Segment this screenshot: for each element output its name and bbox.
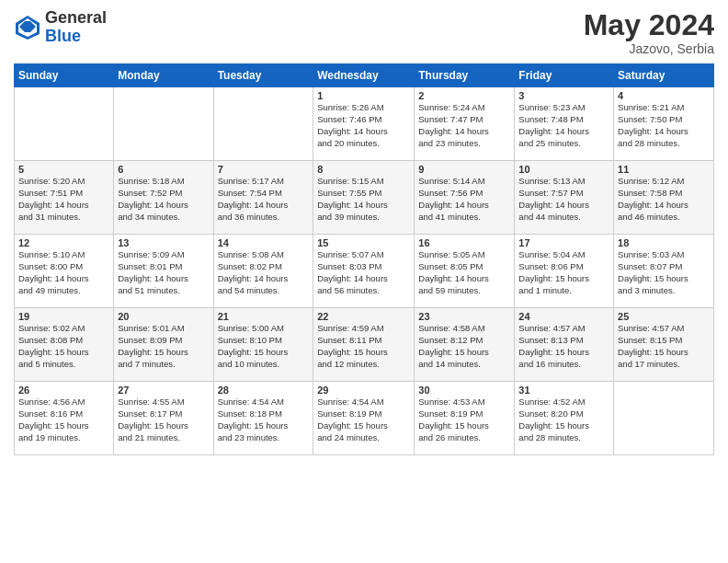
calendar-cell — [614, 382, 714, 455]
calendar-cell: 17Sunrise: 5:04 AM Sunset: 8:06 PM Dayli… — [515, 235, 614, 308]
day-info: Sunrise: 5:00 AM Sunset: 8:10 PM Dayligh… — [218, 323, 310, 370]
day-info: Sunrise: 5:15 AM Sunset: 7:55 PM Dayligh… — [317, 176, 410, 223]
day-info: Sunrise: 5:01 AM Sunset: 8:09 PM Dayligh… — [118, 323, 209, 370]
day-number: 11 — [618, 164, 710, 175]
day-number: 7 — [218, 164, 310, 175]
day-info: Sunrise: 4:53 AM Sunset: 8:19 PM Dayligh… — [418, 396, 510, 443]
day-number: 26 — [18, 385, 109, 396]
day-info: Sunrise: 4:58 AM Sunset: 8:12 PM Dayligh… — [418, 323, 510, 370]
weekday-header: Saturday — [614, 64, 714, 87]
day-number: 30 — [418, 385, 510, 396]
calendar-cell: 7Sunrise: 5:17 AM Sunset: 7:54 PM Daylig… — [213, 161, 313, 235]
calendar-header: SundayMondayTuesdayWednesdayThursdayFrid… — [15, 64, 714, 87]
calendar-cell: 6Sunrise: 5:18 AM Sunset: 7:52 PM Daylig… — [114, 161, 213, 235]
header: General Blue May 2024 Jazovo, Serbia — [14, 9, 714, 56]
day-info: Sunrise: 4:57 AM Sunset: 8:15 PM Dayligh… — [618, 323, 710, 370]
day-info: Sunrise: 5:18 AM Sunset: 7:52 PM Dayligh… — [118, 176, 209, 223]
day-number: 28 — [218, 385, 310, 396]
weekday-header: Thursday — [415, 64, 515, 87]
day-number: 21 — [218, 311, 310, 322]
day-number: 6 — [118, 164, 209, 175]
day-info: Sunrise: 5:08 AM Sunset: 8:02 PM Dayligh… — [218, 249, 310, 296]
day-info: Sunrise: 4:56 AM Sunset: 8:16 PM Dayligh… — [18, 396, 109, 443]
day-number: 27 — [118, 385, 209, 396]
logo-text: General Blue — [45, 9, 107, 46]
day-info: Sunrise: 5:26 AM Sunset: 7:46 PM Dayligh… — [317, 102, 410, 149]
calendar-cell: 3Sunrise: 5:23 AM Sunset: 7:48 PM Daylig… — [515, 87, 614, 161]
calendar-cell: 1Sunrise: 5:26 AM Sunset: 7:46 PM Daylig… — [313, 87, 415, 161]
weekday-row: SundayMondayTuesdayWednesdayThursdayFrid… — [15, 64, 714, 87]
day-info: Sunrise: 4:59 AM Sunset: 8:11 PM Dayligh… — [317, 323, 410, 370]
day-info: Sunrise: 4:57 AM Sunset: 8:13 PM Dayligh… — [518, 323, 609, 370]
calendar-cell: 12Sunrise: 5:10 AM Sunset: 8:00 PM Dayli… — [15, 235, 114, 308]
day-info: Sunrise: 5:03 AM Sunset: 8:07 PM Dayligh… — [618, 249, 710, 296]
day-number: 31 — [518, 385, 609, 396]
weekday-header: Wednesday — [313, 64, 415, 87]
calendar-week-row: 5Sunrise: 5:20 AM Sunset: 7:51 PM Daylig… — [15, 161, 714, 235]
day-info: Sunrise: 5:05 AM Sunset: 8:05 PM Dayligh… — [418, 249, 510, 296]
calendar-cell: 18Sunrise: 5:03 AM Sunset: 8:07 PM Dayli… — [614, 235, 714, 308]
day-info: Sunrise: 5:14 AM Sunset: 7:56 PM Dayligh… — [418, 176, 510, 223]
calendar-cell: 30Sunrise: 4:53 AM Sunset: 8:19 PM Dayli… — [415, 382, 515, 455]
calendar-body: 1Sunrise: 5:26 AM Sunset: 7:46 PM Daylig… — [15, 87, 714, 455]
calendar-cell: 26Sunrise: 4:56 AM Sunset: 8:16 PM Dayli… — [15, 382, 114, 455]
day-info: Sunrise: 5:10 AM Sunset: 8:00 PM Dayligh… — [18, 249, 109, 296]
day-info: Sunrise: 5:02 AM Sunset: 8:08 PM Dayligh… — [18, 323, 109, 370]
day-number: 10 — [518, 164, 609, 175]
day-info: Sunrise: 5:07 AM Sunset: 8:03 PM Dayligh… — [317, 249, 410, 296]
day-info: Sunrise: 4:55 AM Sunset: 8:17 PM Dayligh… — [118, 396, 209, 443]
day-number: 1 — [317, 90, 410, 101]
day-number: 23 — [418, 311, 510, 322]
day-number: 25 — [618, 311, 710, 322]
day-info: Sunrise: 5:23 AM Sunset: 7:48 PM Dayligh… — [518, 102, 609, 149]
calendar-cell: 5Sunrise: 5:20 AM Sunset: 7:51 PM Daylig… — [15, 161, 114, 235]
calendar-cell: 22Sunrise: 4:59 AM Sunset: 8:11 PM Dayli… — [313, 308, 415, 382]
calendar-cell: 16Sunrise: 5:05 AM Sunset: 8:05 PM Dayli… — [415, 235, 515, 308]
day-info: Sunrise: 5:09 AM Sunset: 8:01 PM Dayligh… — [118, 249, 209, 296]
calendar-cell — [213, 87, 313, 161]
calendar-cell: 23Sunrise: 4:58 AM Sunset: 8:12 PM Dayli… — [415, 308, 515, 382]
day-info: Sunrise: 4:54 AM Sunset: 8:18 PM Dayligh… — [218, 396, 310, 443]
day-info: Sunrise: 4:54 AM Sunset: 8:19 PM Dayligh… — [317, 396, 410, 443]
day-number: 5 — [18, 164, 109, 175]
day-number: 19 — [18, 311, 109, 322]
calendar-cell — [15, 87, 114, 161]
logo: General Blue — [14, 9, 107, 46]
calendar-week-row: 19Sunrise: 5:02 AM Sunset: 8:08 PM Dayli… — [15, 308, 714, 382]
day-number: 4 — [618, 90, 710, 101]
day-number: 17 — [518, 237, 609, 248]
calendar-table: SundayMondayTuesdayWednesdayThursdayFrid… — [14, 63, 714, 455]
weekday-header: Tuesday — [213, 64, 313, 87]
calendar-week-row: 1Sunrise: 5:26 AM Sunset: 7:46 PM Daylig… — [15, 87, 714, 161]
calendar-cell: 4Sunrise: 5:21 AM Sunset: 7:50 PM Daylig… — [614, 87, 714, 161]
day-number: 29 — [317, 385, 410, 396]
day-number: 12 — [18, 237, 109, 248]
day-number: 24 — [518, 311, 609, 322]
calendar-week-row: 26Sunrise: 4:56 AM Sunset: 8:16 PM Dayli… — [15, 382, 714, 455]
calendar-cell: 13Sunrise: 5:09 AM Sunset: 8:01 PM Dayli… — [114, 235, 213, 308]
calendar-cell: 10Sunrise: 5:13 AM Sunset: 7:57 PM Dayli… — [515, 161, 614, 235]
calendar-cell: 2Sunrise: 5:24 AM Sunset: 7:47 PM Daylig… — [415, 87, 515, 161]
weekday-header: Sunday — [15, 64, 114, 87]
calendar-cell: 27Sunrise: 4:55 AM Sunset: 8:17 PM Dayli… — [114, 382, 213, 455]
calendar-cell: 28Sunrise: 4:54 AM Sunset: 8:18 PM Dayli… — [213, 382, 313, 455]
day-number: 22 — [317, 311, 410, 322]
day-number: 8 — [317, 164, 410, 175]
calendar-cell: 8Sunrise: 5:15 AM Sunset: 7:55 PM Daylig… — [313, 161, 415, 235]
calendar-cell: 9Sunrise: 5:14 AM Sunset: 7:56 PM Daylig… — [415, 161, 515, 235]
day-number: 3 — [518, 90, 609, 101]
day-number: 18 — [618, 237, 710, 248]
calendar-cell: 24Sunrise: 4:57 AM Sunset: 8:13 PM Dayli… — [515, 308, 614, 382]
calendar-week-row: 12Sunrise: 5:10 AM Sunset: 8:00 PM Dayli… — [15, 235, 714, 308]
calendar-cell: 21Sunrise: 5:00 AM Sunset: 8:10 PM Dayli… — [213, 308, 313, 382]
location: Jazovo, Serbia — [584, 41, 714, 56]
day-number: 9 — [418, 164, 510, 175]
calendar-cell: 19Sunrise: 5:02 AM Sunset: 8:08 PM Dayli… — [15, 308, 114, 382]
calendar-cell: 15Sunrise: 5:07 AM Sunset: 8:03 PM Dayli… — [313, 235, 415, 308]
day-number: 20 — [118, 311, 209, 322]
day-info: Sunrise: 5:13 AM Sunset: 7:57 PM Dayligh… — [518, 176, 609, 223]
main-container: General Blue May 2024 Jazovo, Serbia Sun… — [0, 0, 728, 465]
day-number: 2 — [418, 90, 510, 101]
day-number: 14 — [218, 237, 310, 248]
day-info: Sunrise: 5:12 AM Sunset: 7:58 PM Dayligh… — [618, 176, 710, 223]
